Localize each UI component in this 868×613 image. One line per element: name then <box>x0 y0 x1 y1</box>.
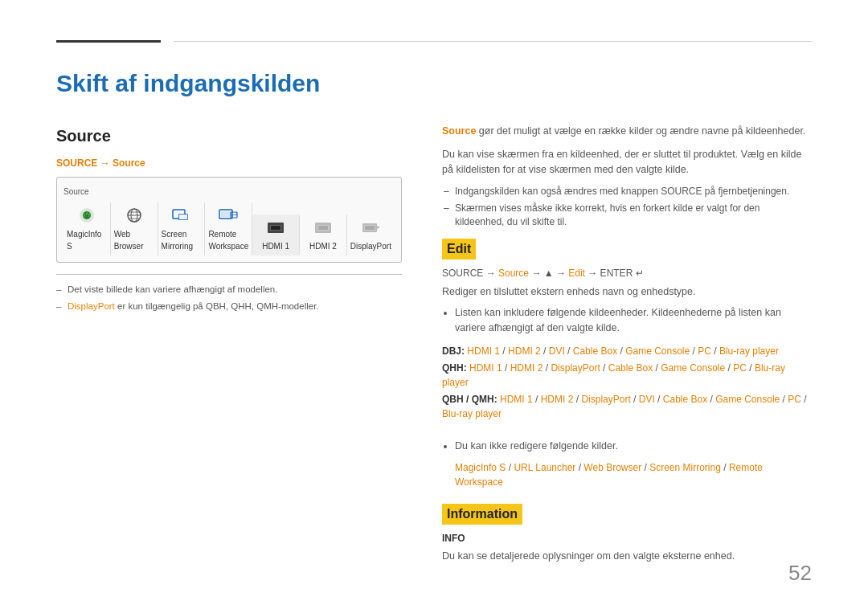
hdmi2-icon <box>310 218 336 237</box>
svg-marker-21 <box>377 226 380 229</box>
no-edit-webbrowser: Web Browser <box>583 462 641 473</box>
bullet-note-2: Skærmen vises måske ikke korrekt, hvis e… <box>442 202 812 229</box>
source-label-displayport: DisplayPort <box>350 240 391 252</box>
qbh-hdmi1: HDMI 1 <box>500 394 533 405</box>
accent-line <box>56 40 161 43</box>
source-item-hdmi1[interactable]: HDMI 1 <box>252 215 300 255</box>
dbj-gameconsole: Game Console <box>625 345 690 357</box>
edit-path-edit: Edit <box>568 268 585 279</box>
dbj-label: DBJ: <box>442 345 465 357</box>
edit-path: SOURCE → Source → ▲ → Edit → ENTER ↵ <box>442 266 812 280</box>
no-edit-list: Du kan ikke redigere følgende kilder. <box>455 439 812 454</box>
qbh-displayport: DisplayPort <box>581 394 630 405</box>
source-label-remoteworkspace: Remote Workspace <box>208 228 248 252</box>
qhh-hdmi1: HDMI 1 <box>469 362 502 374</box>
source-bar: Source MagicInf <box>56 177 402 263</box>
information-section: Information INFO Du kan se detaljerede o… <box>442 504 812 564</box>
displayport-note-link: DisplayPort <box>68 301 115 311</box>
information-header: Information <box>442 504 522 525</box>
source-label-hdmi2: HDMI 2 <box>309 240 337 252</box>
source-path: SOURCE → Source <box>56 156 402 170</box>
qhh-label: QHH: <box>442 362 467 374</box>
edit-section: Edit SOURCE → Source → ▲ → Edit → ENTER … <box>442 239 812 490</box>
source-label-magicinfos: MagicInfo S <box>67 228 107 252</box>
content-area: Source SOURCE → Source Source <box>56 124 812 564</box>
qhh-hdmi2: HDMI 2 <box>510 362 543 374</box>
info-description: Du kan se detaljerede oplysninger om den… <box>442 549 812 564</box>
source-icons-row: MagicInfo S W <box>63 202 395 255</box>
top-divider <box>56 40 812 43</box>
edit-header: Edit <box>442 239 476 260</box>
remote-workspace-icon <box>215 206 241 225</box>
source-item-hdmi2[interactable]: HDMI 2 <box>300 215 347 255</box>
no-edit-urllauncher: URL Launcher <box>514 462 575 473</box>
svg-rect-19 <box>318 226 328 230</box>
source-item-magicinfos[interactable]: MagicInfo S <box>63 202 111 255</box>
qbh-label: QBH / QMH: <box>442 394 497 405</box>
qbh-row: QBH / QMH: HDMI 1 / HDMI 2 / DisplayPort… <box>442 392 812 421</box>
dbj-cablebox: Cable Box <box>573 345 617 357</box>
qhh-cablebox: Cable Box <box>608 362 653 374</box>
page-number: 52 <box>788 558 812 589</box>
magicinfo-icon <box>74 206 100 225</box>
no-edit-screenmirroring: Screen Mirroring <box>649 462 721 473</box>
svg-rect-23 <box>365 226 375 230</box>
edit-path-source: Source <box>498 268 529 279</box>
source-item-webbrowser[interactable]: Web Browser <box>111 202 158 255</box>
no-edit-intro: Du kan ikke redigere følgende kilder. <box>455 439 812 454</box>
source-bar-label: Source <box>63 186 395 198</box>
qbh-bluray: Blu-ray player <box>442 408 502 419</box>
dbj-hdmi2: HDMI 2 <box>508 345 541 357</box>
bullet-notes: Indgangskilden kan også ændres med knapp… <box>442 185 812 228</box>
source-intro-link: Source <box>442 125 476 137</box>
right-column: Source gør det muligt at vælge en række … <box>442 124 812 564</box>
svg-rect-9 <box>179 215 187 219</box>
dbj-bluray: Blu-ray player <box>719 345 779 357</box>
source-item-remoteworkspace[interactable]: Remote Workspace <box>205 202 252 255</box>
dbj-row: DBJ: HDMI 1 / HDMI 2 / DVI / Cable Box /… <box>442 344 812 358</box>
displayport-icon <box>358 218 383 237</box>
left-column: Source SOURCE → Source Source <box>56 124 402 564</box>
dbj-pc: PC <box>698 345 711 357</box>
source-label-screenmirroring: Screen Mirroring <box>162 228 202 252</box>
note-item-1: Det viste billede kan variere afhængigt … <box>56 283 402 296</box>
source-path-prefix: SOURCE → <box>56 157 113 169</box>
svg-rect-11 <box>221 211 231 217</box>
page-title: Skift af indgangskilden <box>56 65 812 101</box>
page: Skift af indgangskilden Source SOURCE → … <box>0 0 868 613</box>
no-edit-sources: MagicInfo S / URL Launcher / Web Browser… <box>455 460 812 489</box>
hdmi1-icon <box>263 218 289 237</box>
qbh-cablebox: Cable Box <box>663 394 707 405</box>
svg-rect-16 <box>271 226 280 230</box>
note-item-2: DisplayPort er kun tilgængelig på QBH, Q… <box>56 300 402 313</box>
qhh-displayport: DisplayPort <box>551 362 600 374</box>
source-item-screenmirroring[interactable]: Screen Mirroring <box>158 202 206 255</box>
left-divider <box>56 274 402 275</box>
qhh-pc: PC <box>733 362 747 374</box>
qbh-pc: PC <box>788 394 801 405</box>
source-section-title: Source <box>56 124 402 148</box>
thin-line <box>174 41 812 42</box>
bullet-note-1: Indgangskilden kan også ændres med knapp… <box>442 185 812 198</box>
source-path-link[interactable]: Source <box>113 157 145 169</box>
intro-paragraph-2: Du kan vise skærmen fra en kildeenhed, d… <box>442 147 812 178</box>
source-item-displayport[interactable]: DisplayPort <box>347 215 395 255</box>
source-label-webbrowser: Web Browser <box>114 228 154 252</box>
qbh-dvi: DVI <box>639 394 655 405</box>
source-label-hdmi1: HDMI 1 <box>262 240 289 252</box>
screen-mirroring-icon <box>168 206 194 225</box>
edit-description: Rediger en tilsluttet ekstern enheds nav… <box>442 284 812 300</box>
intro-paragraph-1: Source gør det muligt at vælge en række … <box>442 124 812 139</box>
notes-list: Det viste billede kan variere afhængigt … <box>56 283 402 313</box>
qbh-hdmi2: HDMI 2 <box>541 394 574 405</box>
web-browser-icon <box>121 206 147 225</box>
qhh-row: QHH: HDMI 1 / HDMI 2 / DisplayPort / Cab… <box>442 361 812 390</box>
qbh-gameconsole: Game Console <box>715 394 780 405</box>
edit-bullet-1: Listen kan inkludere følgende kildeenhed… <box>455 305 812 336</box>
no-edit-magicinfo: MagicInfo S <box>455 462 506 473</box>
dbj-dvi: DVI <box>549 345 565 357</box>
edit-bullets: Listen kan inkludere følgende kildeenhed… <box>455 305 812 336</box>
qhh-gameconsole: Game Console <box>661 362 725 374</box>
info-label: INFO <box>442 531 812 546</box>
dbj-hdmi1: HDMI 1 <box>467 345 500 357</box>
